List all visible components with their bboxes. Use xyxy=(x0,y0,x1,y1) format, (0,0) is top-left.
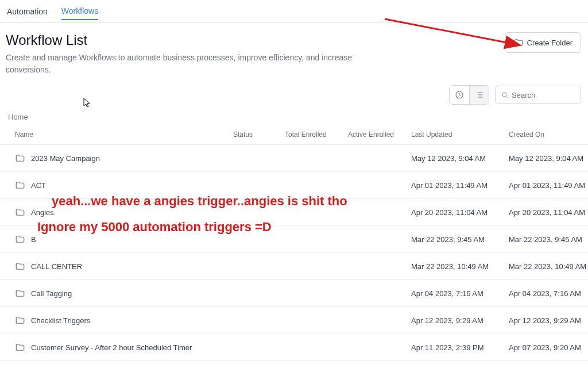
table-row[interactable]: ACT Apr 01 2023, 11:49 AM Apr 01 2023, 1… xyxy=(0,171,588,198)
folder-icon xyxy=(513,37,524,48)
row-last-updated: Apr 11 2023, 2:39 PM xyxy=(403,343,501,352)
row-created-on: Mar 22 2023, 10:49 AM xyxy=(501,262,587,271)
row-name: Checklist Triggers xyxy=(31,316,90,325)
name-cell: ACT xyxy=(7,180,225,190)
row-last-updated: Apr 20 2023, 11:04 AM xyxy=(403,208,501,217)
table-row[interactable]: B Mar 22 2023, 9:45 AM Mar 22 2023, 9:45… xyxy=(0,225,588,252)
table-row[interactable]: Customer Survey - After 2 hour Scheduled… xyxy=(0,334,588,361)
name-cell: CALL CENTER xyxy=(7,261,225,271)
folder-icon xyxy=(15,180,25,190)
table-row[interactable]: Checklist Triggers Apr 12 2023, 9:29 AM … xyxy=(0,306,588,334)
search-icon xyxy=(501,91,508,99)
row-created-on: Apr 01 2023, 11:49 AM xyxy=(501,181,587,190)
folder-icon xyxy=(15,234,25,244)
folder-icon xyxy=(15,153,25,163)
tab-workflows[interactable]: Workflows xyxy=(61,3,98,20)
page-title: Workflow List xyxy=(6,32,373,48)
name-cell: 2023 May Campaign xyxy=(7,153,225,163)
svg-point-1 xyxy=(502,93,506,97)
row-created-on: May 12 2023, 9:04 AM xyxy=(501,154,587,163)
table-header: Name Status Total Enrolled Active Enroll… xyxy=(0,125,588,144)
folder-icon xyxy=(15,261,25,271)
row-name: CALL CENTER xyxy=(31,262,82,271)
table-row[interactable]: CALL CENTER Mar 22 2023, 10:49 AM Mar 22… xyxy=(0,252,588,279)
view-toggle xyxy=(449,85,489,105)
clock-icon xyxy=(455,90,464,99)
col-active-enrolled: Active Enrolled xyxy=(340,131,403,139)
search-input[interactable] xyxy=(512,91,575,99)
row-last-updated: Apr 04 2023, 7:16 AM xyxy=(403,289,501,298)
search-box[interactable] xyxy=(495,86,581,104)
row-last-updated: Apr 12 2023, 9:29 AM xyxy=(403,316,501,325)
row-name: ACT xyxy=(31,181,46,190)
col-name: Name xyxy=(7,131,225,139)
row-last-updated: Apr 01 2023, 11:49 AM xyxy=(403,181,501,190)
name-cell: Customer Survey - After 2 hour Scheduled… xyxy=(7,342,225,352)
name-cell: Angies xyxy=(7,207,225,217)
row-created-on: Mar 22 2023, 9:45 AM xyxy=(501,235,587,244)
workflow-table: Name Status Total Enrolled Active Enroll… xyxy=(0,125,588,368)
view-recent-button[interactable] xyxy=(450,86,469,104)
create-folder-button[interactable]: Create Folder xyxy=(505,32,581,53)
row-name: B xyxy=(31,235,36,244)
breadcrumb[interactable]: Home xyxy=(0,109,588,125)
view-list-button[interactable] xyxy=(469,86,489,104)
folder-icon xyxy=(15,342,25,352)
page-header: Workflow List Create and manage Workflow… xyxy=(0,23,588,85)
col-last-updated: Last Updated xyxy=(403,131,501,139)
toolbar xyxy=(0,85,588,109)
row-name: Call Tagging xyxy=(31,289,72,298)
row-last-updated: May 12 2023, 9:04 AM xyxy=(403,154,501,163)
name-cell: Call Tagging xyxy=(7,288,225,298)
row-name: Customer Survey - After 2 hour Scheduled… xyxy=(31,343,192,352)
row-created-on: Apr 07 2023, 9:20 AM xyxy=(501,343,587,352)
row-last-updated: Mar 22 2023, 10:49 AM xyxy=(403,262,501,271)
name-cell: B xyxy=(7,234,225,244)
tab-automation[interactable]: Automation xyxy=(7,3,48,20)
top-tabs: Automation Workflows xyxy=(0,0,588,23)
row-last-updated: Mar 22 2023, 9:45 AM xyxy=(403,235,501,244)
col-status: Status xyxy=(225,131,277,139)
title-block: Workflow List Create and manage Workflow… xyxy=(6,32,373,76)
folder-icon xyxy=(15,288,25,298)
col-created-on: Created On xyxy=(501,131,587,139)
col-total-enrolled: Total Enrolled xyxy=(277,131,340,139)
table-row[interactable]: 2023 May Campaign May 12 2023, 9:04 AM M… xyxy=(0,144,588,171)
table-row[interactable]: Denied Quotes Apr 04 2023, 3:48 PM Apr 0… xyxy=(0,361,588,368)
list-icon xyxy=(475,90,484,99)
folder-icon xyxy=(15,207,25,217)
create-folder-label: Create Folder xyxy=(527,39,572,47)
row-name: 2023 May Campaign xyxy=(31,154,100,163)
table-row[interactable]: Angies Apr 20 2023, 11:04 AM Apr 20 2023… xyxy=(0,198,588,225)
row-created-on: Apr 04 2023, 7:16 AM xyxy=(501,289,587,298)
folder-icon xyxy=(15,315,25,325)
row-created-on: Apr 20 2023, 11:04 AM xyxy=(501,208,587,217)
row-created-on: Apr 12 2023, 9:29 AM xyxy=(501,316,587,325)
row-name: Angies xyxy=(31,208,54,217)
page-description: Create and manage Workflows to automate … xyxy=(6,52,373,76)
name-cell: Checklist Triggers xyxy=(7,315,225,325)
table-row[interactable]: Call Tagging Apr 04 2023, 7:16 AM Apr 04… xyxy=(0,279,588,306)
